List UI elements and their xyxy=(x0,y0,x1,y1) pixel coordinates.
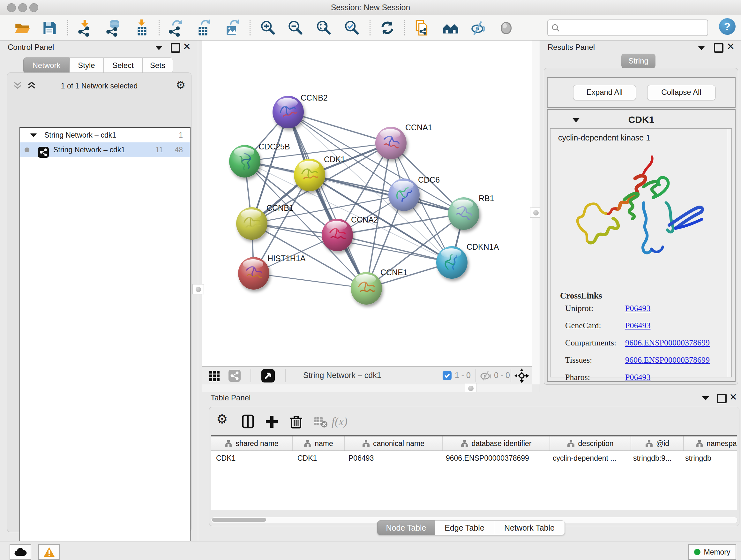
zoom-in-button[interactable] xyxy=(259,19,277,37)
memory-button[interactable]: Memory xyxy=(688,544,736,560)
network-options-gear-icon[interactable]: ⚙ xyxy=(176,78,185,91)
scroll-thumb[interactable] xyxy=(212,518,266,522)
tab-select[interactable]: Select xyxy=(104,57,143,73)
results-panel-menu-icon[interactable] xyxy=(698,46,705,51)
search-input[interactable] xyxy=(547,19,708,36)
hidden-eye-icon[interactable] xyxy=(480,371,491,381)
column-header-namespace[interactable]: namespace xyxy=(684,436,737,450)
warning-triangle-icon xyxy=(44,547,55,557)
apply-layout-button[interactable] xyxy=(379,19,396,37)
control-panel-float-icon[interactable] xyxy=(171,43,180,54)
tab-style[interactable]: Style xyxy=(70,57,104,73)
control-splitter-grip[interactable] xyxy=(192,284,204,294)
network-canvas[interactable]: CCNB2CCNA1CDC25BCDK1CDC6RB1CCNB1CCNA2CDK… xyxy=(202,41,532,366)
node-label-CCNB2: CCNB2 xyxy=(300,93,328,102)
zoom-fit-button[interactable] xyxy=(315,19,333,37)
crosslink-link[interactable]: 9606.ENSP00000378699 xyxy=(625,338,710,348)
network-node-CDK1[interactable]: CDK1 xyxy=(294,155,345,191)
network-node-CDKN1A[interactable]: CDKN1A xyxy=(436,242,499,279)
column-header--id[interactable]: @id xyxy=(631,436,684,450)
table-panel-menu-icon[interactable] xyxy=(702,396,709,401)
zoom-out-button[interactable] xyxy=(286,19,305,37)
table-splitter[interactable] xyxy=(202,384,532,392)
graphics-details-button[interactable] xyxy=(497,19,515,37)
table-cell[interactable]: stringdb:9... xyxy=(628,454,680,462)
table-cell[interactable]: cyclin-dependent ... xyxy=(548,454,628,462)
help-button[interactable]: ? xyxy=(719,18,736,35)
cloud-status-button[interactable] xyxy=(10,544,31,560)
open-session-button[interactable] xyxy=(13,19,31,37)
expand-all-button[interactable]: Expand All xyxy=(573,85,636,100)
zoom-selected-button[interactable] xyxy=(343,19,361,37)
table-gear-icon[interactable]: ⚙ xyxy=(216,412,232,427)
crosslink-link[interactable]: P06493 xyxy=(625,321,650,330)
export-network-button[interactable] xyxy=(167,19,185,37)
tab-sets[interactable]: Sets xyxy=(143,57,173,73)
hide-unhide-button[interactable] xyxy=(469,19,487,37)
birds-eye-view-icon[interactable] xyxy=(261,369,275,382)
crosslink-link[interactable]: 9606.ENSP00000378699 xyxy=(625,355,710,365)
network-node-RB1[interactable]: RB1 xyxy=(448,194,494,230)
network-share-icon[interactable] xyxy=(228,370,241,382)
node-table-container: ⚙ f(x) shared name xyxy=(209,407,739,526)
network-node-CCNA2[interactable]: CCNA2 xyxy=(322,215,378,251)
network-node-CCNB1[interactable]: CCNB1 xyxy=(236,203,293,240)
tab-network[interactable]: Network xyxy=(23,57,70,73)
collapse-all-button[interactable]: Collapse All xyxy=(647,85,716,100)
pan-crosshair-icon[interactable] xyxy=(515,368,529,383)
table-cell[interactable]: CDK1 xyxy=(292,454,343,462)
network-collection-row[interactable]: String Network – cdk1 1 xyxy=(20,128,190,142)
tab-node-table[interactable]: Node Table xyxy=(377,520,435,535)
import-table-button[interactable] xyxy=(133,19,151,37)
save-session-button[interactable] xyxy=(41,19,58,37)
zoom-in-icon xyxy=(259,19,277,37)
import-network-database-button[interactable] xyxy=(105,19,122,37)
export-image-button[interactable] xyxy=(223,19,241,37)
delete-table-icon[interactable] xyxy=(313,414,328,429)
delete-column-icon[interactable] xyxy=(288,414,304,429)
crosslink-label: GeneCard: xyxy=(565,321,601,330)
results-panel-float-icon[interactable] xyxy=(714,43,724,54)
network-tab-panel: 1 of 1 Network selected ⚙ String Network… xyxy=(7,72,192,532)
table-panel-float-icon[interactable] xyxy=(717,394,727,405)
tab-edge-table[interactable]: Edge Table xyxy=(435,520,494,535)
node-table[interactable]: shared name name canonical name database… xyxy=(211,435,737,510)
column-header-database-identifier[interactable]: database identifier xyxy=(443,436,550,450)
gene-scrollbar[interactable] xyxy=(727,129,731,377)
collection-expand-icon[interactable] xyxy=(30,133,37,137)
export-table-button[interactable] xyxy=(194,19,212,37)
results-splitter[interactable] xyxy=(532,41,540,384)
table-cell[interactable]: CDK1 xyxy=(211,454,292,462)
column-header-name[interactable]: name xyxy=(293,436,345,450)
import-network-file-button[interactable] xyxy=(76,19,94,37)
column-header-shared-name[interactable]: shared name xyxy=(211,436,293,450)
crosslink-row: Pharos: P06493 xyxy=(556,373,728,390)
selected-checkbox-icon[interactable] xyxy=(443,371,452,380)
grid-view-icon[interactable] xyxy=(209,370,220,382)
function-builder-icon[interactable]: f(x) xyxy=(332,415,360,430)
network-view-toolbar: String Network – cdk1 1 - 0 0 - 0 xyxy=(202,366,532,385)
column-header-canonical-name[interactable]: canonical name xyxy=(345,436,443,450)
control-panel-close-icon[interactable]: ✕ xyxy=(183,43,191,51)
table-panel-close-icon[interactable]: ✕ xyxy=(729,394,737,401)
table-cell[interactable]: 9606.ENSP00000378699 xyxy=(441,454,548,462)
tab-network-table[interactable]: Network Table xyxy=(494,520,565,535)
crosslink-link[interactable]: P06493 xyxy=(625,373,650,382)
string-import-button[interactable] xyxy=(413,19,431,37)
homology-button[interactable] xyxy=(442,19,460,37)
network-node-CCNA1[interactable]: CCNA1 xyxy=(375,123,432,159)
control-panel-menu-icon[interactable] xyxy=(155,46,162,51)
crosslink-link[interactable]: P06493 xyxy=(625,304,650,313)
tab-string[interactable]: String xyxy=(621,54,656,68)
column-header-description[interactable]: description xyxy=(550,436,631,450)
table-cell[interactable]: stringdb xyxy=(680,454,737,462)
select-columns-icon[interactable] xyxy=(241,414,256,429)
results-panel-close-icon[interactable]: ✕ xyxy=(727,43,735,51)
warning-status-button[interactable] xyxy=(38,544,60,560)
table-cell[interactable]: P06493 xyxy=(343,454,441,462)
add-column-icon[interactable] xyxy=(264,414,280,429)
network-row-selected[interactable]: String Network – cdk1 11 48 xyxy=(20,142,190,157)
table-row[interactable]: CDK1CDK1P064939606.ENSP00000378699cyclin… xyxy=(211,451,737,465)
table-tabs: Node Table Edge Table Network Table xyxy=(377,520,565,535)
network-node-HIST1H1A[interactable]: HIST1H1A xyxy=(238,254,306,290)
